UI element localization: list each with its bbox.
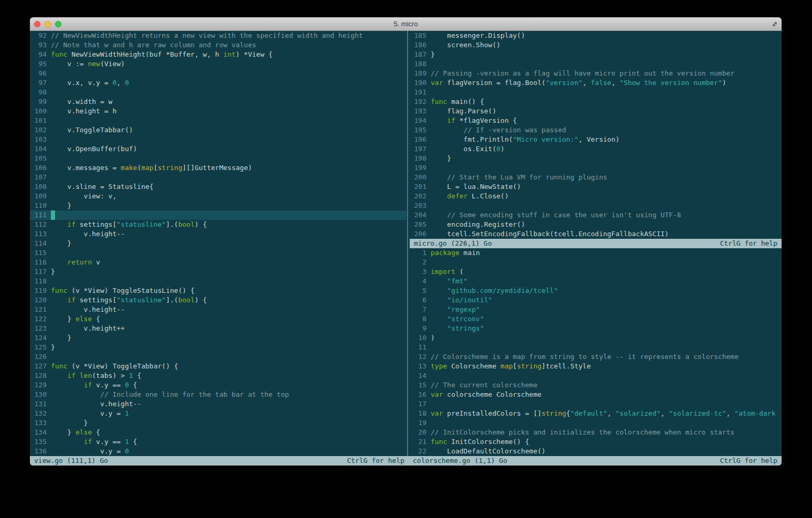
code-line[interactable]: 117}	[30, 267, 407, 277]
pane-colorscheme-go[interactable]: 1package main23import (4 "fmt"5 "github.…	[410, 248, 782, 456]
code-line[interactable]: 12// Colorscheme is a map from string to…	[410, 352, 782, 362]
code-line[interactable]: 5 "github.com/zyedidia/tcell"	[410, 286, 782, 295]
code-line[interactable]: 128 if len(tabs) > 1 {	[30, 371, 407, 380]
code-line[interactable]: 99 v.width = w	[30, 97, 407, 107]
code-line[interactable]: 132 v.y = 1	[30, 409, 407, 418]
code-line[interactable]: 3import (	[410, 267, 782, 277]
line-number: 130	[30, 390, 47, 399]
code-line[interactable]: 186 screen.Show()	[410, 40, 782, 50]
code-line[interactable]: 110 }	[30, 201, 407, 210]
code-line[interactable]: 187}	[410, 50, 782, 59]
code-line[interactable]: 129 if v.y == 0 {	[30, 380, 407, 390]
code-line[interactable]: 103	[30, 135, 407, 144]
code-line[interactable]: 204 // Some encoding stuff in case the u…	[410, 210, 782, 220]
code-line[interactable]: 206 tcell.SetEncodingFallback(tcell.Enco…	[410, 229, 782, 239]
code-line[interactable]: 127func (v *View) ToggleTabbar() {	[30, 362, 407, 371]
code-line[interactable]: 197 os.Exit(0)	[410, 144, 782, 154]
code-line[interactable]: 8 "strconv"	[410, 314, 782, 324]
code-line[interactable]: 14	[410, 371, 782, 380]
split-divider[interactable]	[407, 31, 408, 456]
line-number: 195	[410, 125, 426, 135]
code-line[interactable]: 92// NewViewWidthHeight returns a new vi…	[30, 31, 407, 40]
code-line[interactable]: 98	[30, 88, 407, 97]
code-line[interactable]: 196 fmt.Println("Micro version:", Versio…	[410, 135, 782, 144]
code-line[interactable]: 190var flagVersion = flag.Bool("version"…	[410, 78, 782, 88]
code-line[interactable]: 136 v.y = 0	[30, 447, 407, 456]
code-line[interactable]: 11	[410, 343, 782, 352]
code-line[interactable]: 121 v.height--	[30, 305, 407, 314]
resize-icon[interactable]	[771, 20, 778, 28]
line-number: 110	[30, 201, 47, 210]
code-line[interactable]: 115	[30, 248, 407, 258]
code-line[interactable]: 19	[410, 418, 782, 428]
code-line[interactable]: 2	[410, 258, 782, 267]
code-line[interactable]: 203	[410, 201, 782, 210]
code-line[interactable]: 18var preInstalledColors = []string{"def…	[410, 409, 782, 418]
code-line[interactable]: 195 // If -version was passed	[410, 125, 782, 135]
code-line[interactable]: 134 } else {	[30, 428, 407, 437]
code-line[interactable]: 96	[30, 69, 407, 78]
code-line[interactable]: 202 defer L.Close()	[410, 192, 782, 201]
code-line[interactable]: 101	[30, 116, 407, 125]
code-line[interactable]: 104 v.OpenBuffer(buf)	[30, 144, 407, 154]
code-line[interactable]: 131 v.height--	[30, 399, 407, 409]
code-line[interactable]: 120 if settings["statusline"].(bool) {	[30, 295, 407, 305]
code-line[interactable]: 135 if v.y == 1 {	[30, 437, 407, 447]
code-line[interactable]: 198 }	[410, 154, 782, 163]
code-line[interactable]: 188	[410, 59, 782, 69]
code-line[interactable]: 4 "fmt"	[410, 277, 782, 286]
code-line[interactable]: 191	[410, 88, 782, 97]
code-text	[47, 249, 51, 257]
code-line[interactable]: 9 "strings"	[410, 324, 782, 333]
pane-view-go[interactable]: 92// NewViewWidthHeight returns a new vi…	[30, 31, 407, 456]
code-line[interactable]: 95 v := new(View)	[30, 59, 407, 69]
code-line[interactable]: 93// Note that w and h are raw column an…	[30, 40, 407, 50]
code-line[interactable]: 200 // Start the Lua VM for running plug…	[410, 173, 782, 182]
code-line[interactable]: 126	[30, 352, 407, 362]
code-line[interactable]: 13type Colorscheme map[string]tcell.Styl…	[410, 362, 782, 371]
code-line[interactable]: 102 v.ToggleTabbar()	[30, 125, 407, 135]
code-line[interactable]: 194 if *flagVersion {	[410, 116, 782, 125]
code-line[interactable]: 119func (v *View) ToggleStatusLine() {	[30, 286, 407, 295]
code-line[interactable]: 112 if settings["statusline"].(bool) {	[30, 220, 407, 229]
code-line[interactable]: 192func main() {	[410, 97, 782, 107]
code-line[interactable]: 193 flag.Parse()	[410, 107, 782, 116]
code-line[interactable]: 185 messenger.Display()	[410, 31, 782, 40]
code-line[interactable]: 94func NewViewWidthHeight(buf *Buffer, w…	[30, 50, 407, 59]
code-line[interactable]: 123 v.height++	[30, 324, 407, 333]
code-line[interactable]: 22 LoadDefaultColorscheme()	[410, 447, 782, 456]
code-line[interactable]: 116 return v	[30, 258, 407, 267]
pane-micro-go[interactable]: 185 messenger.Display()186 screen.Show()…	[410, 31, 782, 239]
code-line[interactable]: 97 v.x, v.y = 0, 0	[30, 78, 407, 88]
code-line[interactable]: 125}	[30, 343, 407, 352]
code-line[interactable]: 113 v.height--	[30, 229, 407, 239]
code-line[interactable]: 10)	[410, 333, 782, 343]
code-line[interactable]: 105	[30, 154, 407, 163]
code-line[interactable]: 122 } else {	[30, 314, 407, 324]
code-line[interactable]: 111	[30, 210, 407, 220]
code-line[interactable]: 20// InitColorscheme picks and initializ…	[410, 428, 782, 437]
code-line[interactable]: 1package main	[410, 248, 782, 258]
code-line[interactable]: 189// Passing -version as a flag will ha…	[410, 69, 782, 78]
code-line[interactable]: 108 v.sline = Statusline{	[30, 182, 407, 192]
code-line[interactable]: 6 "io/ioutil"	[410, 295, 782, 305]
window-titlebar[interactable]: 5. micro	[30, 17, 782, 31]
code-line[interactable]: 100 v.height = h	[30, 107, 407, 116]
code-line[interactable]: 17	[410, 399, 782, 409]
code-line[interactable]: 16var colorscheme Colorscheme	[410, 390, 782, 399]
code-line[interactable]: 199	[410, 163, 782, 173]
code-line[interactable]: 106 v.messages = make(map[string][]Gutte…	[30, 163, 407, 173]
code-line[interactable]: 205 encoding.Register()	[410, 220, 782, 229]
code-line[interactable]: 133 }	[30, 418, 407, 428]
code-line[interactable]: 109 view: v,	[30, 192, 407, 201]
code-line[interactable]: 15// The current colorscheme	[410, 380, 782, 390]
code-text: v.height = h	[47, 107, 116, 115]
code-line[interactable]: 118	[30, 277, 407, 286]
code-line[interactable]: 21func InitColorscheme() {	[410, 437, 782, 447]
code-line[interactable]: 130 // Include one line for the tab bar …	[30, 390, 407, 399]
code-line[interactable]: 107	[30, 173, 407, 182]
code-line[interactable]: 201 L = lua.NewState()	[410, 182, 782, 192]
code-line[interactable]: 114 }	[30, 239, 407, 248]
code-line[interactable]: 124 }	[30, 333, 407, 343]
code-line[interactable]: 7 "regexp"	[410, 305, 782, 314]
